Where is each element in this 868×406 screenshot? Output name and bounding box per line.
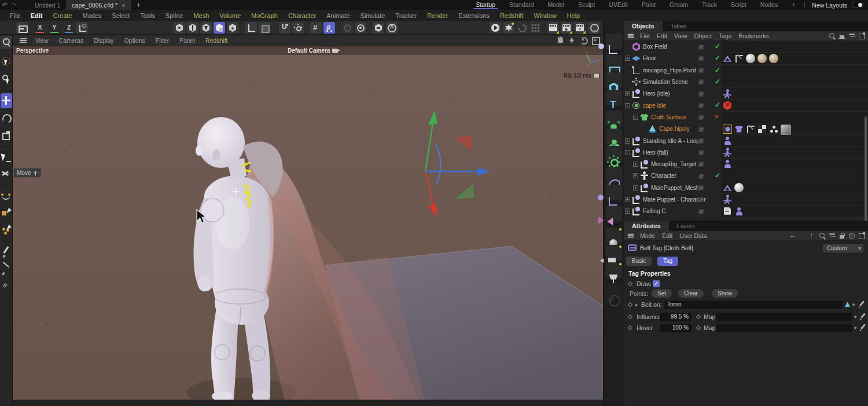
tshirt-tag-icon[interactable] [734, 125, 744, 134]
influence-map-pencil-icon[interactable] [860, 313, 866, 320]
model-mode-button[interactable] [214, 22, 225, 34]
keyframe-diamond-icon[interactable] [696, 325, 701, 330]
attributes-tab-layers[interactable]: Layers [669, 221, 704, 231]
null-object-button[interactable] [606, 34, 622, 49]
texture-mode-button[interactable] [227, 22, 238, 34]
editor-visibility-icon[interactable] [698, 138, 704, 144]
objects-menu-view[interactable]: View [671, 32, 691, 39]
layout-tab-script[interactable]: Script [724, 0, 753, 10]
hover-map-dropdown-icon[interactable]: ▾ [854, 325, 857, 331]
bust-tag-icon[interactable] [723, 136, 732, 145]
filter-icon[interactable] [828, 232, 836, 240]
menu-redshift[interactable]: Redshift [495, 12, 528, 19]
objects-tab-takes[interactable]: Takes [663, 21, 694, 31]
viewport-menu-display[interactable]: Display [89, 37, 119, 44]
editor-visibility-icon[interactable] [698, 127, 704, 132]
bust-tag-icon[interactable] [723, 159, 732, 169]
object-row[interactable]: Simulation Scene✓ [624, 76, 868, 88]
belt-on-pencil-icon[interactable] [859, 301, 865, 308]
search-icon[interactable] [828, 32, 836, 40]
menu-help[interactable]: Help [562, 12, 586, 19]
objects-menu-object[interactable]: Object [691, 32, 715, 39]
environment-button[interactable] [606, 228, 622, 243]
symmetry-button[interactable] [606, 206, 622, 222]
editor-visibility-icon[interactable] [698, 185, 704, 191]
objects-scrollbar[interactable] [865, 116, 867, 221]
tweak-tool[interactable] [1, 72, 12, 87]
editor-visibility-icon[interactable] [698, 162, 704, 167]
render-view-button[interactable] [490, 22, 501, 34]
axis-lock-y-button[interactable]: Y [48, 22, 61, 34]
menu-animate[interactable]: Animate [321, 12, 355, 19]
layout-tab-+[interactable]: + [785, 0, 802, 10]
draw-checkbox[interactable]: ✓ [653, 280, 660, 287]
up-icon[interactable] [808, 232, 816, 240]
keyframe-diamond-icon[interactable] [628, 314, 632, 319]
axis-lock-x-button[interactable]: X [34, 22, 46, 34]
editor-visibility-icon[interactable] [698, 209, 704, 214]
magnet-snap-button[interactable] [279, 22, 290, 34]
editor-visibility-icon[interactable] [698, 79, 704, 85]
viewport-menu-panel[interactable]: Panel [174, 37, 200, 44]
expand-toggle-icon[interactable]: + [625, 138, 630, 144]
window-toggle[interactable] [852, 2, 863, 8]
preset-dropdown[interactable]: Custom [823, 244, 863, 253]
rect-pen-tool[interactable] [1, 206, 12, 221]
keyframe-diamond-icon[interactable] [696, 314, 701, 319]
coord-system-button[interactable] [76, 22, 88, 34]
enabled-check-icon[interactable]: ✓ [715, 54, 720, 62]
viewport-menu-cameras[interactable]: Cameras [54, 37, 89, 44]
rotate-tool[interactable] [1, 111, 12, 126]
enabled-check-icon[interactable]: ✓ [715, 66, 720, 74]
section-tab-tag[interactable]: Tag [657, 257, 678, 266]
search-icon[interactable] [818, 232, 826, 240]
object-row[interactable]: +Floor✓ [624, 53, 868, 64]
cube-button[interactable] [606, 72, 622, 88]
section-tab-basic[interactable]: Basic [626, 257, 652, 266]
layout-tab-startup[interactable]: Startup [469, 0, 502, 10]
keyframe-diamond-icon[interactable] [628, 325, 632, 330]
document-tab[interactable]: cape_0006.c4d *× [66, 0, 131, 10]
menu-character[interactable]: Character [283, 12, 321, 19]
set-button[interactable]: Set [652, 289, 672, 298]
axis-center-button[interactable] [355, 22, 366, 34]
hover-map-field[interactable] [716, 324, 852, 332]
polygons-mode-button[interactable] [200, 22, 212, 34]
enabled-check-icon[interactable]: ✓ [715, 42, 720, 50]
editor-visibility-icon[interactable] [698, 68, 704, 73]
object-row[interactable]: +Falling C [624, 206, 868, 217]
sketch-tool[interactable] [1, 279, 12, 294]
hanger-tag-icon[interactable] [723, 54, 732, 63]
expand-toggle-icon[interactable]: + [625, 56, 630, 61]
grid-snap-button[interactable] [310, 22, 322, 34]
menu-tracker[interactable]: Tracker [390, 12, 422, 19]
object-row[interactable]: -Cloth Surface× [624, 112, 868, 123]
quantize-snap-button[interactable] [323, 22, 335, 34]
simulation-button[interactable] [606, 146, 622, 162]
stage-button[interactable] [606, 262, 622, 278]
object-row[interactable]: +MalePuppet_Mesh [624, 182, 868, 194]
instance-button[interactable] [606, 185, 622, 200]
move-tool[interactable] [1, 93, 12, 108]
enabled-check-icon[interactable]: ✓ [715, 78, 720, 86]
annotate-button[interactable] [386, 22, 398, 34]
editor-visibility-icon[interactable] [698, 45, 704, 50]
clear-button[interactable]: Clear [678, 289, 704, 298]
layout-tab-track[interactable]: Track [695, 0, 724, 10]
material-white-icon[interactable] [734, 183, 744, 192]
hover-field[interactable]: 100 % [660, 324, 692, 332]
influence-map-dropdown-icon[interactable]: ▾ [854, 314, 857, 320]
camera2-button[interactable] [606, 245, 622, 261]
bust-tag-icon[interactable] [734, 207, 744, 216]
deformer-button[interactable] [606, 167, 622, 183]
expand-toggle-icon[interactable]: + [625, 209, 630, 214]
hanger-tag-icon[interactable] [723, 183, 732, 192]
axis-mode-button[interactable] [245, 22, 257, 34]
edges-mode-button[interactable] [187, 22, 198, 34]
document-tab[interactable]: Untitled 1 [29, 0, 66, 10]
influence-map-field[interactable] [716, 313, 852, 321]
belt-on-field[interactable]: Torso [664, 301, 843, 309]
filter-icon[interactable] [848, 32, 856, 40]
expand-toggle-icon[interactable]: - [633, 115, 638, 120]
attributes-tab-attributes[interactable]: Attributes [624, 221, 669, 231]
